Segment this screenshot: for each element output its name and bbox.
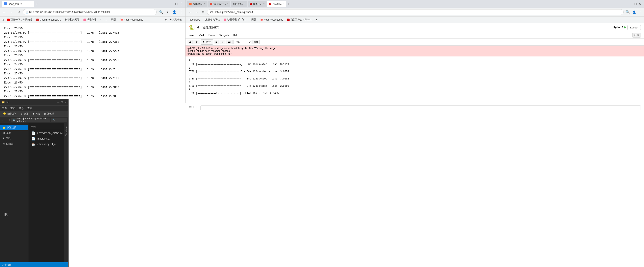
right-forward-btn[interactable]: → — [194, 10, 200, 15]
right-refresh-btn[interactable]: ↺ — [201, 9, 206, 15]
code-input[interactable] — [200, 106, 641, 110]
menu-file[interactable]: 文件 — [2, 106, 7, 110]
sidebar-desktop[interactable]: 🖥 桌面 — [0, 130, 28, 136]
jupyter-toolbar: ◀ ▼ ▶ 运行 ■ ↺ ⏭ 代码 Markdown ⌨ — [186, 38, 644, 46]
python-badge: Python 3 — [614, 26, 626, 29]
epoch-24: Epoch 24/50 — [4, 62, 181, 67]
bm-leetcode-r[interactable]: 刷题 — [250, 18, 258, 22]
bm-github-r[interactable]: 🐙Your Repositories — [258, 18, 284, 22]
tab-csdn2[interactable]: C (6条消... × — [267, 0, 286, 7]
right-search-icon[interactable]: 🔍 — [625, 9, 630, 15]
right-settings-icon[interactable]: ⚙ — [638, 2, 642, 6]
apps-icon[interactable]: ⊞ — [2, 18, 4, 22]
refresh-button[interactable]: ↺ — [16, 9, 21, 15]
right-bookmarks-bar: repository... 集群相关网站 哔哩哔哩（` - ´）... 刷题 🐙… — [186, 16, 644, 23]
tab-gbk[interactable]: 'gbk' cc... × — [231, 0, 247, 7]
close-btn[interactable]: ✕ — [64, 101, 67, 104]
chrome-menu-icon[interactable]: ⋮ — [180, 2, 184, 6]
tab-csdn1[interactable]: C (6条消... × — [248, 0, 267, 7]
right-window-controls[interactable]: ⊡ — [634, 1, 638, 7]
forward-button[interactable]: → — [9, 10, 14, 15]
cell-type-dropdown[interactable]: 代码 Markdown — [233, 40, 252, 44]
jupyter-warning: g2021\python368\lib\site-packages\keras\… — [186, 46, 644, 56]
back-button[interactable]: ← — [2, 10, 7, 15]
restart-button[interactable]: ↺ — [220, 40, 226, 44]
win-forward-btn[interactable]: → — [5, 118, 8, 122]
quick-access-label: 快速访问 — [7, 126, 16, 129]
minimize-btn[interactable]: ─ — [58, 101, 60, 104]
bookmark-star-icon[interactable]: ★ — [166, 9, 170, 15]
win-path-bar[interactable]: 💻 idea › jetbrains-agent-latest › jetbra… — [11, 118, 50, 122]
ribbon-download[interactable]: ⬇ 下载 — [31, 112, 41, 116]
right-back-btn[interactable]: ← — [187, 10, 193, 15]
bm-more-r[interactable]: » — [316, 18, 317, 21]
tab-deeplearn[interactable]: 知 深度学... × — [208, 0, 230, 7]
menu-share[interactable]: 共享 — [19, 106, 24, 110]
file-activation-code[interactable]: 📄 ACTIVATION_CODE.txt — [30, 130, 62, 136]
tab-zhihu-close[interactable]: × — [227, 3, 228, 5]
right-user-icon[interactable]: 👤 — [632, 10, 637, 14]
bookmark-github[interactable]: 🐙 Your Repositories — [118, 18, 145, 22]
file-important[interactable]: 📄 important.txt — [30, 136, 62, 141]
menu-cell[interactable]: Cell — [200, 34, 204, 37]
keyboard-btn[interactable]: ⌨ — [252, 40, 260, 44]
maximize-btn[interactable]: □ — [61, 101, 63, 104]
win-back-btn[interactable]: ← — [2, 118, 4, 122]
restore-window-icon[interactable]: ⊡ — [175, 2, 178, 6]
char-rnn-tab[interactable]: char_rnn × — [2, 0, 34, 7]
menu-view[interactable]: 查看 — [27, 106, 32, 110]
file-name-3: jetbrains-agent.jar — [37, 143, 56, 146]
bm-gitee[interactable]: G我的工作台 - Gitee... — [286, 18, 314, 22]
right-new-tab-btn[interactable]: + — [286, 2, 291, 6]
sidebar-downloads[interactable]: ⬇ 下载 — [0, 136, 28, 141]
menu-kernel[interactable]: Kernel — [208, 34, 216, 37]
bookmark-cluster[interactable]: 集群相关网站 — [63, 18, 81, 22]
tab-csdn2-close[interactable]: × — [283, 3, 284, 5]
ribbon-desktop[interactable]: 🖥 桌面 — [19, 112, 30, 116]
bookmarks-more-btn[interactable]: » — [165, 18, 167, 22]
keras-favicon — [189, 2, 192, 5]
bookmark-maven[interactable]: Maven Repository... — [35, 18, 62, 22]
sidebar-recycle[interactable]: 🗑 回收站 — [0, 141, 28, 146]
bookmark-baidu[interactable]: 百度一下，你就知道 — [6, 18, 34, 22]
ribbon-quick-access[interactable]: ⭐ 快速访问 — [2, 112, 18, 116]
run-button[interactable]: ▶ 运行 — [200, 39, 213, 44]
tab-csdn1-close[interactable]: × — [263, 3, 264, 5]
bilibili-favicon — [84, 18, 86, 21]
search-box[interactable]: 🔍 — [51, 118, 67, 122]
menu-help[interactable]: Help — [233, 34, 238, 37]
search-icon[interactable]: 🔍 — [158, 9, 164, 15]
ribbon-recycle[interactable]: 🗑 回收站 — [43, 112, 56, 116]
stop-button[interactable]: ■ — [214, 40, 219, 44]
toolbar-prev-btn[interactable]: ◀ — [187, 40, 193, 44]
epoch-20: Epoch 20/50 — [4, 26, 181, 31]
bm-repository[interactable]: repository... — [187, 18, 203, 22]
file-jetbrains-agent[interactable]: ☕ jetbrains-agent.jar — [30, 141, 62, 147]
out-3: 6730 [==============================] - … — [189, 77, 641, 81]
menu-home[interactable]: 主页 — [10, 106, 16, 110]
bookmark-bilibili[interactable]: 哔哩哔哩（` - ´）... — [82, 18, 109, 22]
address-bar[interactable]: 📄 D:/百度网盘/自然语言处理ban/课件资料/6.DLinNLP/DLinN… — [23, 9, 157, 15]
right-menu-icon[interactable]: ⋮ — [638, 10, 642, 14]
right-address-bar[interactable]: ks/Untitled.ipynb?kernel_name=python3 — [207, 9, 624, 15]
bm-bilibili-r[interactable]: 哔哩哔哩（` - ´）... — [222, 18, 249, 22]
menu-icon[interactable]: ⋮ — [179, 9, 184, 15]
tab-gbk-close[interactable]: × — [244, 3, 245, 5]
tab-close-btn[interactable]: × — [20, 2, 22, 5]
tab-keras-close[interactable]: × — [204, 3, 206, 5]
menu-insert[interactable]: Insert — [189, 34, 196, 37]
bookmark-other[interactable]: ★ 其他书签 — [168, 18, 184, 22]
new-tab-button[interactable]: + — [35, 2, 39, 6]
sidebar-quick-access[interactable]: ⭐ 快速访问 — [0, 125, 28, 130]
account-icon[interactable]: 👤 — [172, 9, 177, 15]
menu-widgets[interactable]: Widgets — [220, 34, 229, 37]
bookmark-leetcode[interactable]: 刷题 — [110, 18, 118, 22]
epoch-27: Epoch 27/50 — [4, 89, 181, 94]
logout-button[interactable]: Logout — [628, 25, 641, 30]
tab-keras[interactable]: keras安... × — [187, 0, 208, 7]
bm-cluster-r[interactable]: 集群相关网站 — [204, 18, 222, 22]
fast-forward-btn[interactable]: ⏭ — [226, 40, 232, 44]
out-0e: 0 — [189, 88, 641, 92]
win-up-btn[interactable]: ↑ — [9, 118, 10, 122]
toolbar-down-btn[interactable]: ▼ — [194, 40, 200, 44]
